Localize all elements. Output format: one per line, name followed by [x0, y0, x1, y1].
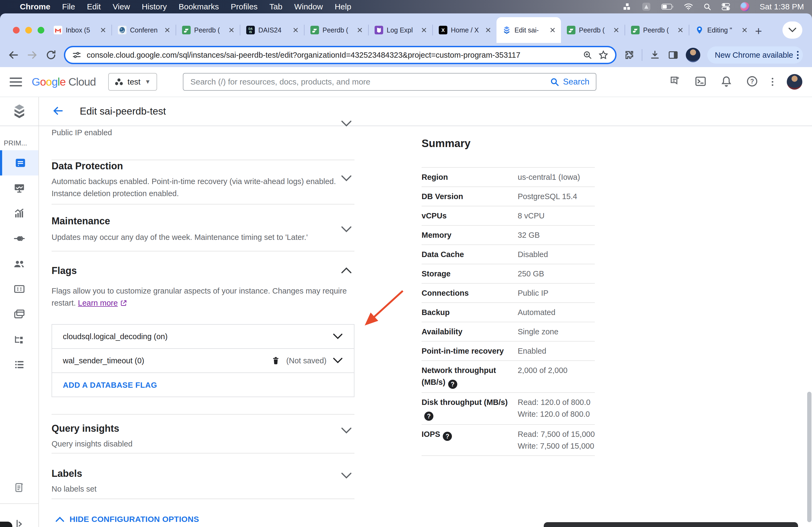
sidebar-item-release-notes[interactable]	[0, 475, 39, 500]
app-menu-icon[interactable]	[641, 2, 651, 12]
new-tab-button[interactable]: +	[755, 25, 762, 37]
tab[interactable]: Inbox (5	[48, 17, 112, 43]
page-scrollbar[interactable]	[807, 392, 811, 522]
menu-item-edit[interactable]: Edit	[87, 2, 101, 11]
downloads-icon[interactable]	[649, 49, 661, 61]
browser-menu-icon[interactable]	[797, 51, 799, 59]
chevron-down-icon[interactable]	[332, 357, 343, 364]
tab[interactable]: Peerdb (	[561, 17, 625, 43]
back-arrow-icon[interactable]	[52, 105, 64, 118]
tab[interactable]: DAISDAIS24	[240, 17, 304, 43]
sidebar-item-system-insights[interactable]	[0, 176, 39, 201]
tab[interactable]: Peerdb (	[176, 17, 240, 43]
sidebar-item-databases[interactable]	[0, 276, 39, 302]
sidebar-item-overview[interactable]	[0, 150, 39, 176]
add-database-flag-button[interactable]: ADD A DATABASE FLAG	[63, 381, 157, 390]
account-avatar[interactable]	[787, 74, 802, 90]
battery-icon[interactable]	[661, 3, 674, 10]
menu-item-help[interactable]: Help	[335, 2, 351, 11]
tab[interactable]: XHome / X	[433, 17, 496, 43]
flag-row[interactable]: cloudsql.logical_decoding (on)	[52, 325, 354, 349]
close-tab-icon[interactable]	[677, 27, 684, 33]
menu-item-profiles[interactable]: Profiles	[231, 2, 258, 11]
close-window-button[interactable]	[13, 27, 19, 33]
tab[interactable]: Editing "	[689, 17, 753, 43]
menu-item-file[interactable]: File	[62, 2, 75, 11]
site-settings-icon[interactable]	[72, 50, 81, 60]
console-more-icon[interactable]	[772, 78, 773, 86]
learn-more-link[interactable]: Learn more	[78, 299, 118, 307]
stats-menu-icon[interactable]	[623, 3, 631, 11]
bookmark-star-icon[interactable]	[598, 50, 609, 60]
close-tab-icon[interactable]	[485, 27, 492, 33]
data-protection-chevron-down-icon[interactable]	[340, 175, 352, 182]
menu-item-view[interactable]: View	[113, 2, 130, 11]
flags-chevron-up-icon[interactable]	[340, 266, 352, 274]
close-tab-icon[interactable]	[164, 27, 171, 33]
labels-chevron-down-icon[interactable]	[340, 472, 352, 480]
query-insights-chevron-down-icon[interactable]	[340, 427, 352, 435]
close-tab-icon[interactable]	[100, 27, 106, 33]
browser-profile-avatar[interactable]	[686, 48, 700, 62]
close-tab-icon[interactable]	[613, 27, 620, 33]
minimize-window-button[interactable]	[25, 27, 32, 33]
release-notes-icon[interactable]	[669, 75, 681, 89]
siri-icon[interactable]	[740, 2, 750, 11]
console-search-box[interactable]: Search	[183, 73, 596, 91]
chevron-down-icon[interactable]	[332, 333, 343, 340]
sidebar-item-replicas[interactable]	[0, 327, 39, 352]
google-cloud-logo[interactable]: Google Cloud	[32, 76, 96, 88]
close-tab-icon[interactable]	[741, 27, 748, 33]
console-search-button[interactable]: Search	[550, 77, 590, 87]
back-icon[interactable]	[8, 49, 19, 61]
help-icon[interactable]: ?	[746, 75, 758, 89]
control-center-icon[interactable]	[722, 3, 730, 11]
zoom-window-button[interactable]	[38, 27, 44, 33]
maintenance-chevron-down-icon[interactable]	[340, 225, 352, 234]
wifi-icon[interactable]	[684, 3, 693, 10]
tab-search-button[interactable]	[782, 21, 802, 39]
public-ip-chevron-down-icon[interactable]	[340, 120, 352, 128]
tab[interactable]: Log Expl	[369, 17, 432, 43]
extensions-icon[interactable]	[624, 49, 635, 61]
tab[interactable]: Peerdb (	[305, 17, 368, 43]
cloud-shell-icon[interactable]	[694, 75, 707, 89]
omnibox[interactable]: console.cloud.google.com/sql/instances/s…	[64, 46, 617, 64]
menu-bar-clock[interactable]: Sat 1:38 PM	[760, 2, 804, 11]
sidebar-item-users[interactable]	[0, 251, 39, 276]
tab-active[interactable]: Edit sai-	[496, 17, 561, 43]
menu-item-chrome[interactable]: Chrome	[20, 2, 50, 11]
nav-menu-icon[interactable]	[10, 77, 22, 86]
tab[interactable]: Conferen	[112, 17, 176, 43]
help-icon[interactable]: ?	[443, 432, 452, 441]
sidebar-item-operations[interactable]	[0, 352, 39, 377]
chrome-update-pill[interactable]: New Chrome available	[707, 46, 803, 64]
reload-icon[interactable]	[45, 49, 57, 61]
hide-configuration-options-button[interactable]: HIDE CONFIGURATION OPTIONS	[55, 515, 199, 524]
side-panel-icon[interactable]	[668, 49, 679, 61]
menu-item-history[interactable]: History	[142, 2, 167, 11]
menu-item-tab[interactable]: Tab	[269, 2, 282, 11]
sidebar-item-query-insights[interactable]	[0, 201, 39, 226]
flag-name: wal_sender_timeout (0)	[63, 356, 265, 365]
notifications-bell-icon[interactable]	[720, 75, 733, 89]
sidebar-item-backups[interactable]	[0, 302, 39, 327]
help-icon[interactable]: ?	[448, 380, 457, 389]
close-tab-icon[interactable]	[549, 27, 556, 33]
help-icon[interactable]: ?	[424, 412, 433, 421]
close-tab-icon[interactable]	[292, 27, 299, 33]
menu-item-bookmarks[interactable]: Bookmarks	[178, 2, 219, 11]
zoom-in-page-icon[interactable]	[582, 50, 593, 60]
console-search-input[interactable]	[190, 77, 545, 87]
sidebar-item-connections[interactable]	[0, 226, 39, 251]
project-selector[interactable]: test ▼	[108, 73, 157, 91]
menu-item-window[interactable]: Window	[294, 2, 323, 11]
close-tab-icon[interactable]	[356, 27, 363, 33]
flag-row[interactable]: wal_sender_timeout (0) (Not saved)	[52, 349, 354, 373]
close-tab-icon[interactable]	[228, 27, 235, 33]
forward-icon[interactable]	[26, 49, 38, 61]
spotlight-search-icon[interactable]	[703, 3, 711, 11]
tab[interactable]: Peerdb (	[625, 17, 689, 43]
close-tab-icon[interactable]	[420, 27, 427, 33]
delete-flag-icon[interactable]	[271, 356, 280, 365]
